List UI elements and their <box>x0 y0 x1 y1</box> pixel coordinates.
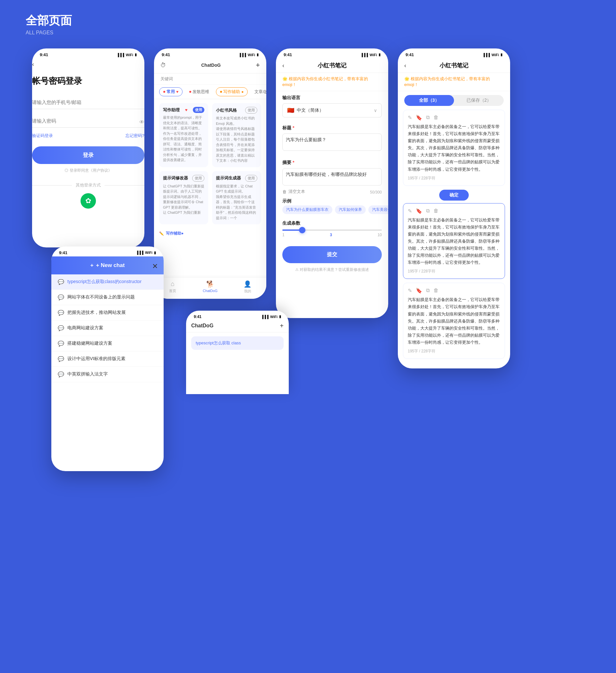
edit-icon-3[interactable]: ✎ <box>408 287 412 294</box>
tab-wenzhang[interactable]: 文章/故 <box>250 87 266 96</box>
slider-container: 1 3 10 <box>282 229 382 237</box>
lang-select[interactable]: 🇨🇳 中文（简体） ∨ <box>282 103 382 118</box>
feature-card-1[interactable]: 小红书风格 使用 将文本改写成类小红书的 Emoji 风格。请使用表情符号风格标… <box>212 103 261 167</box>
edit-icon-2[interactable]: ✎ <box>408 208 412 214</box>
bottom-chatdog-plus[interactable]: + <box>280 322 284 329</box>
slider-track <box>282 229 382 231</box>
output-lang-section: 输出语言 🇨🇳 中文（简体） ∨ <box>276 91 388 121</box>
tab-all[interactable]: 全部（3） <box>404 95 454 106</box>
wechat-login-button[interactable]: ✿ <box>80 193 96 209</box>
tab-label-3: 文章/故 <box>254 89 266 95</box>
bottom-nav-chatdog: ⌂ 首页 🐕 ChatDoG 👤 我的 <box>154 277 266 299</box>
bookmark-icon-2[interactable]: 🔖 <box>416 208 422 214</box>
chat-history-item-6[interactable]: 💬 中英双拼输入法文字 <box>51 367 164 382</box>
feature-card-3[interactable]: 提示词生成器 使用 根据指定要求，让 Chat GPT 生成提示词。我希望你充当… <box>212 171 261 225</box>
close-overlay-button[interactable]: ✕ <box>152 262 158 270</box>
signal-icon: ▐▐▐ <box>116 53 124 57</box>
status-bar-bottom: 9:41 ▐▐▐ WiFi ▮ <box>186 311 289 320</box>
chat-history-item-1[interactable]: 💬 网站字体在不同设备上的显示问题 <box>51 290 164 305</box>
delete-icon-1[interactable]: 🗑 <box>433 115 438 121</box>
writing-assist-label: 写作辅助● <box>166 231 184 236</box>
wifi-icon: WiFi <box>126 53 133 57</box>
chat-history-item-4[interactable]: 💬 搭建稳健网站建设方案 <box>51 336 164 352</box>
new-chat-label: + New chat <box>96 262 124 269</box>
new-chat-button[interactable]: + + New chat <box>51 256 164 274</box>
bookmark-icon-1[interactable]: 🔖 <box>416 115 422 121</box>
confirm-button[interactable]: 确定 <box>439 190 469 201</box>
bottom-chatdog-header: ChatDoG + <box>186 320 289 332</box>
feature-card-2[interactable]: 提示词修改器 使用 让 ChatGPT 为我们重新提炼提示词。由于人工写的提示词… <box>159 171 208 225</box>
bookmark-icon-3[interactable]: 🔖 <box>416 287 422 294</box>
slider-mid: 3 <box>330 233 332 237</box>
verify-login-link[interactable]: 验证码登录 <box>32 133 53 139</box>
history-icon[interactable]: ⏱ <box>161 62 166 69</box>
summary-input[interactable]: 汽车贴膜有哪些好处，有哪些品牌比较好 <box>282 168 382 186</box>
nav-chatdog[interactable]: 🐕 ChatDoG <box>192 280 229 294</box>
example-chip-0[interactable]: 汽车为什么要贴膜形车衣 <box>282 205 332 214</box>
chatdog-plus-button[interactable]: + <box>256 61 260 69</box>
chat-history-item-5[interactable]: 💬 设计中运用VI标准的排版元素 <box>51 352 164 367</box>
copy-icon-3[interactable]: ⧉ <box>426 287 429 294</box>
phones-row-2: 9:41 ▐▐▐ WiFi ▮ + + New chat ✕ 💬 typescr… <box>0 375 616 484</box>
nav-profile[interactable]: 👤 我的 <box>229 280 266 294</box>
xhs-result-back[interactable]: ‹ <box>404 62 406 69</box>
feature-card-0[interactable]: 写作助理 ♥ 使用 最常使用的prompt，用于优化文本的语法、清晰度和简洁度，… <box>159 103 208 167</box>
example-chip-1[interactable]: 汽车如何保养 <box>335 205 366 214</box>
card-badge-2[interactable]: 使用 <box>192 175 204 182</box>
phone-input-row <box>32 95 144 112</box>
back-button[interactable]: ‹ <box>32 58 144 70</box>
chatdog-nav-icon: 🐕 <box>206 280 214 288</box>
signal-icon-xhs: ▐▐▐ <box>360 53 368 57</box>
divider: 其他登录方式 <box>32 182 144 188</box>
example-chip-2[interactable]: 汽车美容分都逛逛 <box>368 205 388 214</box>
status-bar-xhs: 9:41 ▐▐▐ WiFi ▮ <box>276 48 388 58</box>
password-input[interactable] <box>32 114 144 128</box>
xhs-back-button[interactable]: ‹ <box>282 62 284 69</box>
delete-icon-3[interactable]: 🗑 <box>433 287 438 294</box>
bottom-chat-item[interactable]: typescript怎么获取 class <box>191 336 284 350</box>
forgot-password-link[interactable]: 忘记密码? <box>125 133 144 139</box>
submit-button[interactable]: 提交 <box>282 246 382 263</box>
chevron-down-icon: ∨ <box>374 108 377 113</box>
status-time-chatdog: 9:41 <box>162 52 170 57</box>
feedback-row: ⚠ 对获取的结果不满意？尝试重新修改描述 <box>276 267 388 276</box>
tab-xiezuo[interactable]: 写作辅助 ● <box>216 87 248 96</box>
status-icons-xhs-result: ▐▐▐ WiFi ▮ <box>482 53 503 57</box>
card-badge-1[interactable]: 使用 <box>245 107 257 114</box>
slider-thumb[interactable] <box>299 227 305 233</box>
clear-button[interactable]: 🗑 清空文本 <box>282 189 305 195</box>
edit-icon-1[interactable]: ✎ <box>408 115 412 121</box>
eye-icon[interactable]: 👁 <box>139 120 144 125</box>
copy-icon-1[interactable]: ⧉ <box>426 115 429 121</box>
login-links: 验证码登录 忘记密码? <box>32 133 144 139</box>
xhs-result-phone: 9:41 ▐▐▐ WiFi ▮ ‹ 小红书笔记 🌟 根据内容为你生成小红书笔记，… <box>398 48 510 369</box>
battery-icon-chatdog: ▮ <box>257 53 259 57</box>
summary-required-mark: * <box>293 160 294 165</box>
chat-history-item-2[interactable]: 💬 把握先进技术，推动网站发展 <box>51 305 164 320</box>
plus-icon-new-chat: + <box>90 262 93 269</box>
password-input-row: 👁 <box>32 114 144 130</box>
writing-assist-icon: ✏️ <box>159 231 164 236</box>
tab-saved[interactable]: 已保存（2） <box>454 95 504 106</box>
signal-icon-overlay: ▐▐▐ <box>136 251 143 254</box>
chat-msg-icon-3: 💬 <box>58 325 64 331</box>
chat-history-item-0[interactable]: 💬 typescript怎么获取class的constructor <box>51 274 164 290</box>
login-button[interactable]: 登录 <box>32 146 144 164</box>
chat-history-text-1: 网站字体在不同设备上的显示问题 <box>67 294 135 300</box>
signal-icon-xhs-result: ▐▐▐ <box>482 53 490 57</box>
title-section: 标题 * 汽车为什么要贴膜？ <box>276 121 388 156</box>
chat-msg-icon-2: 💬 <box>58 310 64 316</box>
card-badge-3[interactable]: 使用 <box>245 175 257 182</box>
nav-profile-label: 我的 <box>244 289 251 294</box>
bottom-phone-wrapper: 9:41 ▐▐▐ WiFi ▮ ChatDoG + typescript怎么获取… <box>186 311 289 394</box>
wifi-icon-bottom: WiFi <box>270 315 278 319</box>
card-badge-0[interactable]: 使用 <box>193 107 204 113</box>
chat-history-item-3[interactable]: 💬 电商网站建设方案 <box>51 320 164 336</box>
delete-icon-2[interactable]: 🗑 <box>433 208 438 214</box>
phone-input[interactable] <box>32 95 144 109</box>
tab-changyon[interactable]: 常用 ♥ <box>159 87 183 96</box>
title-input[interactable]: 汽车为什么要贴膜？ <box>282 134 382 151</box>
feature-cards-grid: 写作助理 ♥ 使用 最常使用的prompt，用于优化文本的语法、清晰度和简洁度，… <box>154 99 266 228</box>
copy-icon-2[interactable]: ⧉ <box>426 208 429 214</box>
tab-fasan[interactable]: 发散思维 <box>185 87 213 96</box>
